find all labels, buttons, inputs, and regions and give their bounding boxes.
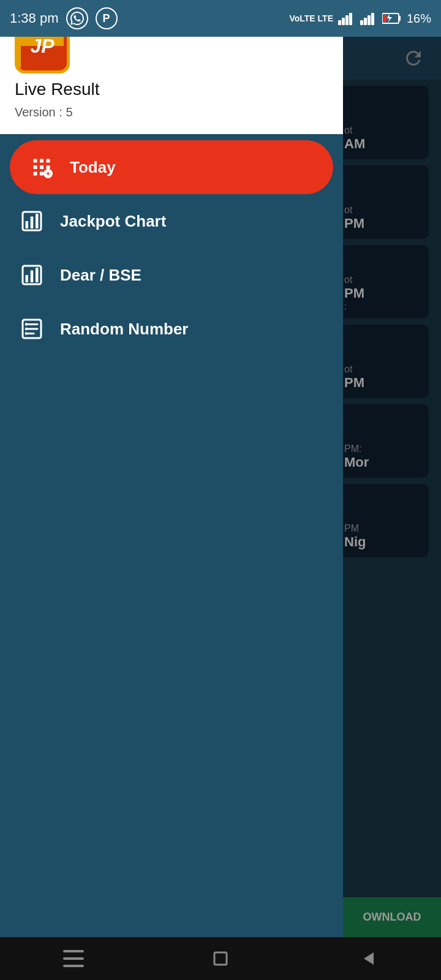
svg-rect-33 [36, 268, 39, 282]
app-name: Live Result [15, 80, 328, 99]
jackpot-icon [18, 208, 45, 235]
dear-bse-icon [18, 262, 45, 288]
svg-rect-5 [364, 18, 367, 25]
menu-item-jackpot[interactable]: Jackpot Chart [0, 194, 343, 248]
svg-rect-15 [34, 159, 37, 163]
jackpot-label: Jackpot Chart [60, 212, 166, 231]
svg-rect-42 [63, 957, 84, 960]
network-label: VoLTE LTE [289, 13, 333, 23]
menu-item-dear-bse[interactable]: Dear / BSE [0, 248, 343, 302]
status-bar: 1:38 pm P VoLTE LTE [0, 0, 441, 37]
nav-bar [0, 937, 441, 980]
nav-back-button[interactable] [352, 943, 383, 974]
svg-rect-27 [26, 221, 29, 228]
svg-rect-31 [26, 275, 29, 282]
svg-rect-17 [47, 159, 50, 163]
battery-icon [382, 12, 402, 25]
svg-point-40 [25, 332, 28, 335]
dear-bse-label: Dear / BSE [60, 266, 141, 285]
svg-rect-41 [63, 950, 84, 952]
svg-rect-2 [345, 15, 349, 25]
status-right: VoLTE LTE 16% [289, 12, 431, 26]
today-icon [28, 154, 55, 181]
app-version: Version : 5 [15, 105, 328, 119]
parking-icon: P [96, 7, 118, 29]
svg-point-38 [25, 323, 28, 326]
svg-rect-19 [40, 165, 43, 169]
svg-marker-45 [364, 952, 374, 965]
svg-rect-10 [383, 15, 386, 22]
svg-rect-16 [40, 159, 43, 163]
svg-rect-25 [48, 172, 49, 176]
svg-rect-9 [399, 16, 401, 21]
svg-rect-29 [36, 214, 39, 228]
time-display: 1:38 pm [10, 10, 59, 26]
svg-rect-1 [342, 18, 345, 25]
status-left: 1:38 pm P [10, 7, 118, 29]
svg-rect-43 [63, 965, 84, 967]
svg-point-39 [25, 328, 28, 331]
today-label: Today [70, 158, 116, 177]
menu-item-random[interactable]: Random Number [0, 302, 343, 356]
whatsapp-icon [66, 7, 88, 29]
svg-rect-44 [214, 952, 227, 965]
svg-rect-7 [371, 13, 374, 25]
svg-rect-22 [40, 172, 43, 176]
navigation-drawer: JP Live Result Version : 5 [0, 0, 343, 980]
random-icon [18, 315, 45, 342]
svg-rect-4 [360, 20, 363, 25]
svg-rect-21 [34, 172, 37, 176]
drawer-menu: Today Jackpot Chart [0, 134, 343, 980]
svg-rect-0 [338, 20, 341, 25]
svg-rect-28 [31, 217, 34, 229]
nav-menu-button[interactable] [58, 943, 89, 974]
nav-home-button[interactable] [205, 943, 236, 974]
signal2-icon [360, 12, 377, 25]
random-label: Random Number [60, 320, 188, 339]
svg-rect-18 [34, 165, 37, 169]
menu-item-today[interactable]: Today [10, 140, 333, 194]
svg-rect-6 [368, 15, 371, 25]
svg-text:JP: JP [30, 35, 55, 57]
signal-icon [338, 12, 355, 25]
svg-rect-20 [47, 165, 50, 169]
battery-percent: 16% [407, 12, 431, 26]
svg-rect-32 [31, 271, 34, 283]
svg-rect-3 [349, 13, 352, 25]
